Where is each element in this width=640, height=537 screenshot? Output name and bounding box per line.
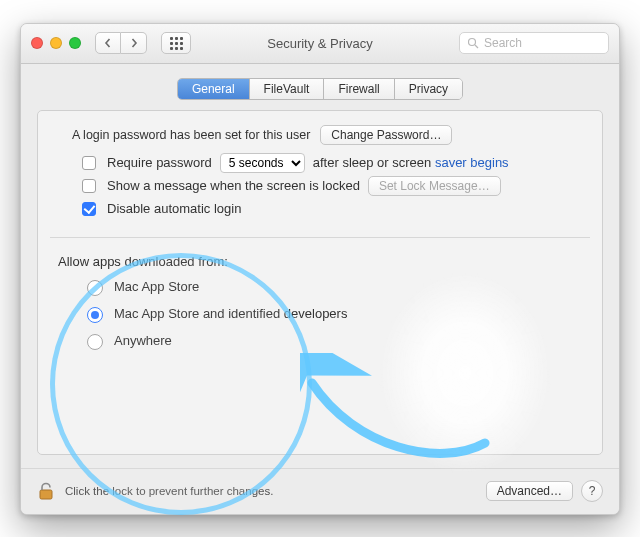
disable-auto-login-row: Disable automatic login — [78, 199, 584, 219]
require-password-label-after: after sleep or screen saver begins — [313, 155, 509, 170]
allow-apps-option-anywhere: Anywhere — [82, 331, 584, 350]
security-privacy-window: Security & Privacy Search General FileVa… — [20, 23, 620, 515]
require-password-checkbox[interactable] — [82, 156, 96, 170]
allow-apps-title: Allow apps downloaded from: — [58, 254, 584, 269]
disable-auto-login-label: Disable automatic login — [107, 201, 241, 216]
search-placeholder: Search — [484, 36, 522, 50]
set-lock-message-button[interactable]: Set Lock Message… — [368, 176, 501, 196]
allow-apps-option-mas: Mac App Store — [82, 277, 584, 296]
require-password-label-before: Require password — [107, 155, 212, 170]
svg-point-0 — [469, 39, 476, 46]
minimize-window-icon[interactable] — [50, 37, 62, 49]
general-content-panel: A login password has been set for this u… — [37, 110, 603, 455]
require-password-row: Require password 5 seconds after sleep o… — [78, 153, 584, 173]
radio-mac-app-store-label: Mac App Store — [114, 279, 199, 294]
tab-firewall[interactable]: Firewall — [324, 79, 394, 99]
radio-mac-app-store-dev-label: Mac App Store and identified developers — [114, 306, 347, 321]
window-traffic-lights — [31, 37, 81, 49]
disable-auto-login-checkbox[interactable] — [82, 202, 96, 216]
segmented-tabs: General FileVault Firewall Privacy — [177, 78, 463, 100]
change-password-button[interactable]: Change Password… — [320, 125, 452, 145]
login-password-label: A login password has been set for this u… — [72, 128, 310, 142]
zoom-window-icon[interactable] — [69, 37, 81, 49]
nav-buttons — [95, 32, 147, 54]
show-message-row: Show a message when the screen is locked… — [78, 176, 584, 196]
grid-icon — [170, 37, 183, 50]
svg-rect-2 — [40, 490, 52, 499]
allow-apps-option-mas-dev: Mac App Store and identified developers — [82, 304, 584, 323]
screenshot-wrap: Security & Privacy Search General FileVa… — [20, 23, 620, 515]
tabs-row: General FileVault Firewall Privacy — [21, 78, 619, 100]
tab-general[interactable]: General — [178, 79, 250, 99]
footer-right: Advanced… ? — [486, 480, 603, 502]
search-icon — [467, 37, 479, 49]
login-password-row: A login password has been set for this u… — [72, 125, 584, 145]
radio-mac-app-store[interactable] — [87, 280, 103, 296]
radio-mac-app-store-dev[interactable] — [87, 307, 103, 323]
radio-anywhere-label: Anywhere — [114, 333, 172, 348]
svg-line-1 — [475, 45, 478, 48]
back-button[interactable] — [95, 32, 121, 54]
window-footer: Click the lock to prevent further change… — [21, 468, 619, 514]
show-message-checkbox[interactable] — [82, 179, 96, 193]
screensaver-begins-link[interactable]: saver begins — [435, 155, 509, 170]
help-button[interactable]: ? — [581, 480, 603, 502]
chevron-left-icon — [103, 38, 113, 48]
forward-button[interactable] — [121, 32, 147, 54]
lock-icon[interactable] — [37, 481, 55, 501]
advanced-button[interactable]: Advanced… — [486, 481, 573, 501]
lock-hint-text: Click the lock to prevent further change… — [65, 485, 273, 497]
chevron-right-icon — [129, 38, 139, 48]
tab-privacy[interactable]: Privacy — [395, 79, 462, 99]
show-message-label: Show a message when the screen is locked — [107, 178, 360, 193]
radio-anywhere[interactable] — [87, 334, 103, 350]
section-divider — [50, 237, 590, 238]
close-window-icon[interactable] — [31, 37, 43, 49]
search-input[interactable]: Search — [459, 32, 609, 54]
tab-filevault[interactable]: FileVault — [250, 79, 325, 99]
show-all-prefs-button[interactable] — [161, 32, 191, 54]
window-titlebar: Security & Privacy Search — [21, 24, 619, 64]
require-password-delay-select[interactable]: 5 seconds — [220, 153, 305, 173]
